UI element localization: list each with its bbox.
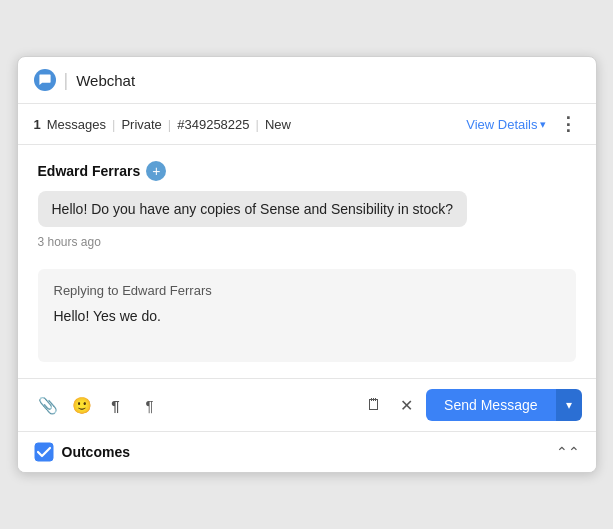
webchat-icon [34,69,56,91]
template-button[interactable]: 🗒 [358,389,390,421]
subheader: 1 Messages | Private | #349258225 | New … [18,104,596,145]
conversation-body: Edward Ferrars + Hello! Do you have any … [18,145,596,378]
format-ltr-icon: ¶ [111,397,119,414]
view-details-button[interactable]: View Details ▾ [466,117,545,132]
chevron-down-icon: ▾ [540,118,546,131]
outcomes-left: Outcomes [34,442,130,462]
messages-label: Messages [47,117,106,132]
sender-row: Edward Ferrars + [38,161,576,181]
collapse-icon: ⌃⌃ [556,444,580,460]
subheader-actions: View Details ▾ ⋮ [466,112,579,136]
close-icon: ✕ [400,396,413,415]
send-button-group: Send Message ▾ [426,389,581,421]
template-icon: 🗒 [366,396,382,414]
add-participant-button[interactable]: + [146,161,166,181]
header-separator: | [64,70,69,91]
outcomes-bar: Outcomes ⌃⌃ [18,431,596,472]
message-count: 1 [34,117,41,132]
visibility-label: Private [121,117,161,132]
separator-2: | [168,117,171,132]
send-dropdown-icon: ▾ [566,398,572,412]
send-dropdown-button[interactable]: ▾ [556,389,582,421]
reply-text[interactable]: Hello! Yes we do. [54,308,560,348]
reply-section: Replying to Edward Ferrars Hello! Yes we… [38,269,576,362]
send-message-button[interactable]: Send Message [426,389,555,421]
sender-name: Edward Ferrars [38,163,141,179]
separator-1: | [112,117,115,132]
format-rtl-button[interactable]: ¶ [134,389,166,421]
separator-3: | [256,117,259,132]
header: | Webchat [18,57,596,104]
emoji-button[interactable]: 🙂 [66,389,98,421]
close-button[interactable]: ✕ [392,391,420,419]
outcomes-label: Outcomes [62,444,130,460]
outcomes-check-icon [34,442,54,462]
attachment-icon: 📎 [38,396,58,415]
reply-to-label: Replying to Edward Ferrars [54,283,560,298]
chat-window: | Webchat 1 Messages | Private | #349258… [17,56,597,473]
message-bubble: Hello! Do you have any copies of Sense a… [38,191,468,227]
subheader-meta: 1 Messages | Private | #349258225 | New [34,117,291,132]
format-ltr-button[interactable]: ¶ [100,389,132,421]
header-title: Webchat [76,72,135,89]
emoji-icon: 🙂 [72,396,92,415]
message-timestamp: 3 hours ago [38,235,576,249]
toolbar: 📎 🙂 ¶ ¶ 🗒 ✕ Send Message ▾ [18,378,596,431]
collapse-button[interactable]: ⌃⌃ [556,444,580,460]
format-rtl-icon: ¶ [145,397,153,414]
attachment-button[interactable]: 📎 [32,389,64,421]
more-options-button[interactable]: ⋮ [556,112,580,136]
status-badge: New [265,117,291,132]
ticket-id: #349258225 [177,117,249,132]
